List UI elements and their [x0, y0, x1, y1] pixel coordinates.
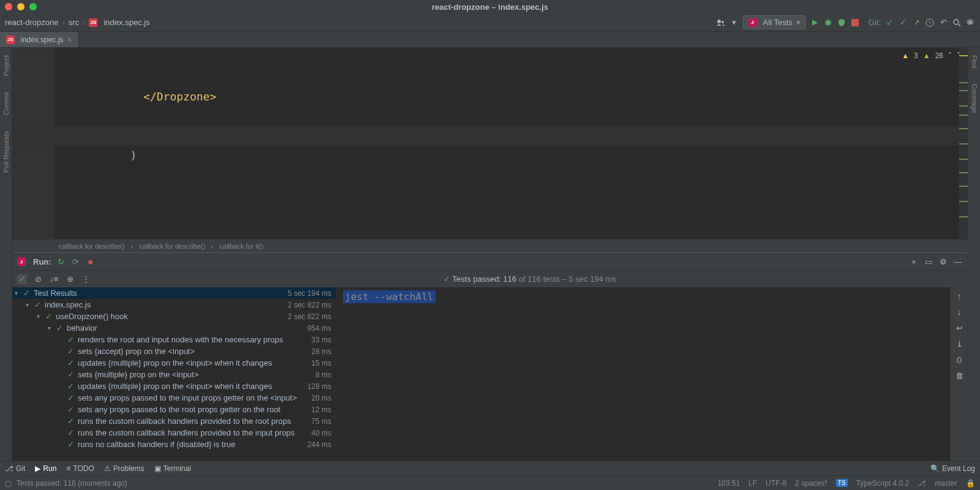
pull-requests-tool-button[interactable]: Pull Requests	[1, 129, 11, 175]
status-bar: ▢ Tests passed: 116 (moments ago) 103:51…	[0, 475, 980, 490]
test-label: useDropzone() hook	[56, 312, 288, 321]
git-push-icon[interactable]: ↗	[911, 18, 921, 28]
stop-button[interactable]: ■	[86, 257, 96, 266]
status-icon[interactable]: ▢	[5, 479, 12, 488]
test-row[interactable]: ✓runs no callback handlers if {disabled}…	[12, 439, 336, 450]
coverage-button[interactable]	[837, 18, 846, 28]
typescript-version[interactable]: TypeScript 4.0.2	[856, 479, 910, 488]
more-icon[interactable]: ⋮	[81, 274, 91, 284]
clear-icon[interactable]: 🗑	[954, 371, 964, 380]
close-icon[interactable]: ×	[67, 35, 72, 45]
maximize-window-button[interactable]	[29, 3, 37, 10]
settings-icon[interactable]	[965, 18, 975, 28]
chevron-down-icon[interactable]: ˅	[957, 51, 960, 60]
event-log-button[interactable]: 🔍Event Log	[930, 464, 975, 473]
test-row[interactable]: ▾✓useDropzone() hook2 sec 822 ms	[12, 311, 336, 322]
test-row[interactable]: ▾✓index.spec.js2 sec 822 ms	[12, 299, 336, 311]
soft-wrap-icon[interactable]: ↩	[954, 323, 964, 333]
project-tool-button[interactable]: Project	[1, 53, 11, 78]
git-tool-button[interactable]: ⎇Git	[5, 464, 25, 473]
branch-icon: ⎇	[918, 479, 926, 488]
debug-button[interactable]	[823, 18, 833, 28]
test-tree[interactable]: ▾ ✓ Test Results 5 sec 194 ms ▾✓index.sp…	[12, 287, 337, 461]
console-line: jest --watchAll	[343, 290, 435, 303]
error-stripe[interactable]	[959, 48, 968, 239]
breadcrumb-file[interactable]: index.spec.js	[104, 18, 149, 27]
run-configuration-dropdown[interactable]: J All Tests ▾	[743, 15, 806, 29]
line-separator[interactable]: LF	[748, 479, 757, 488]
test-row[interactable]: ✓runs the custom callback handlers provi…	[12, 427, 336, 439]
git-history-icon[interactable]	[925, 18, 935, 28]
file-encoding[interactable]: UTF-8	[766, 479, 786, 488]
minimize-icon[interactable]: —	[953, 257, 963, 266]
find-tool-button[interactable]: Find	[970, 53, 979, 70]
inspection-hints[interactable]: ▲3 ▲26 ˄ ˅	[902, 51, 960, 60]
print-icon[interactable]: ⎙	[954, 355, 964, 364]
editor-tab-index-spec[interactable]: JS index.spec.js ×	[0, 32, 79, 47]
sort-button[interactable]: ↓≡	[49, 274, 59, 284]
layout-icon[interactable]: ▭	[924, 257, 933, 266]
code-crumb[interactable]: callback for describe()	[139, 243, 205, 250]
run-tool-button[interactable]: ▶Run	[35, 464, 56, 473]
expand-all-button[interactable]: ⊕	[65, 274, 75, 284]
lock-icon[interactable]: 🔒	[966, 479, 975, 488]
check-icon: ✓	[67, 358, 74, 368]
up-icon[interactable]: ↑	[954, 291, 964, 301]
show-passed-toggle[interactable]: ✓	[17, 274, 27, 284]
bottom-tool-stripe: ⎇Git ▶Run ≡TODO ⚠Problems ▣Terminal 🔍Eve…	[0, 461, 980, 475]
check-icon: ✓	[67, 393, 74, 402]
search-icon[interactable]	[952, 18, 962, 28]
show-ignored-toggle[interactable]: ⊘	[33, 274, 43, 284]
code-crumb[interactable]: callback for it()	[220, 243, 264, 250]
git-revert-icon[interactable]: ↶	[938, 18, 948, 28]
test-time: 8 ms	[315, 371, 331, 379]
terminal-tool-button[interactable]: ▣Terminal	[154, 464, 191, 473]
coverage-tool-button[interactable]: Coverage	[970, 81, 979, 116]
test-row[interactable]: ✓sets {multiple} prop on the <input>8 ms	[12, 369, 336, 380]
chevron-down-icon[interactable]: ▾	[37, 313, 45, 320]
gear-icon[interactable]: ⚙	[938, 257, 948, 266]
chevron-down-icon[interactable]: ▾	[48, 325, 56, 331]
test-row[interactable]: ✓renders the root and input nodes with t…	[12, 334, 336, 345]
git-commit-icon[interactable]: ✓	[898, 18, 908, 28]
chevron-down-icon[interactable]: ▾	[26, 301, 34, 308]
test-row[interactable]: ✓updates {multiple} prop on the <input> …	[12, 380, 336, 392]
search-icon: 🔍	[930, 464, 940, 473]
test-row[interactable]: ✓updates {multiple} prop on the <input> …	[12, 357, 336, 369]
stop-button[interactable]	[850, 18, 860, 28]
test-row[interactable]: ✓runs the custom callback handlers provi…	[12, 415, 336, 427]
todo-tool-button[interactable]: ≡TODO	[66, 464, 94, 473]
close-icon[interactable]: ×	[909, 257, 919, 266]
test-label: updates {multiple} prop on the <input> w…	[78, 382, 307, 391]
minimize-window-button[interactable]	[17, 3, 24, 10]
breadcrumb-project[interactable]: react-dropzone	[5, 18, 58, 27]
test-row[interactable]: ▾✓behavior954 ms	[12, 322, 336, 334]
git-update-icon[interactable]: ↙	[884, 18, 894, 28]
code-crumb[interactable]: callback for describe()	[59, 243, 125, 250]
test-console[interactable]: jest --watchAll	[337, 287, 951, 461]
chevron-right-icon: ›	[62, 18, 64, 27]
close-window-button[interactable]	[5, 3, 12, 10]
code-with-me-icon[interactable]	[716, 18, 726, 28]
code-editor[interactable]: </Dropzone> ) expect(container.querySele…	[12, 48, 968, 239]
commit-tool-button[interactable]: Commit	[1, 89, 11, 118]
cursor-position[interactable]: 103:51	[717, 479, 740, 488]
jest-icon: J	[17, 257, 26, 266]
git-branch[interactable]: master	[935, 479, 957, 488]
test-row[interactable]: ✓sets any props passed to the root props…	[12, 404, 336, 415]
rerun-failed-button[interactable]: ⟳	[71, 257, 81, 266]
chevron-up-icon[interactable]: ˄	[948, 51, 952, 60]
test-row[interactable]: ✓sets any props passed to the input prop…	[12, 392, 336, 404]
problems-tool-button[interactable]: ⚠Problems	[104, 464, 145, 473]
code-token: )	[130, 149, 137, 162]
test-root[interactable]: ▾ ✓ Test Results 5 sec 194 ms	[12, 287, 336, 299]
chevron-down-icon[interactable]: ▾	[729, 18, 739, 28]
rerun-button[interactable]: ↻	[56, 257, 66, 266]
chevron-down-icon[interactable]: ▾	[15, 290, 23, 296]
breadcrumb-folder[interactable]: src	[69, 18, 79, 27]
down-icon[interactable]: ↓	[954, 307, 964, 317]
scroll-to-end-icon[interactable]: ⤓	[954, 339, 964, 349]
indent-setting[interactable]: 2 spaces*	[795, 479, 827, 488]
test-row[interactable]: ✓sets {accept} prop on the <input>28 ms	[12, 345, 336, 357]
run-button[interactable]	[810, 18, 820, 28]
